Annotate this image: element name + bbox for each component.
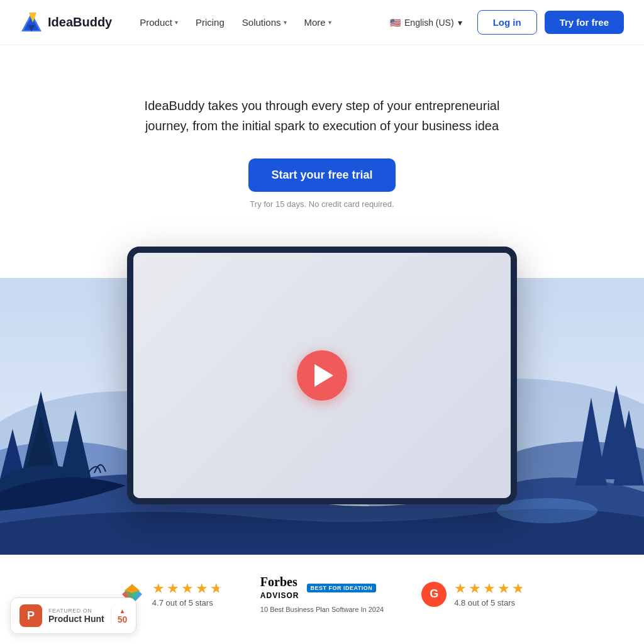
chevron-down-icon: ▾: [458, 18, 462, 28]
navbar: IdeaBuddy Product ▾ Pricing Solutions ▾ …: [0, 0, 644, 45]
chevron-down-icon: ▾: [328, 19, 331, 26]
trial-note: Try for 15 days. No credit card required…: [250, 199, 394, 209]
ph-name: Product Hunt: [48, 614, 104, 624]
nav-product[interactable]: Product ▾: [132, 12, 186, 33]
g2-rating: G ★ ★ ★ ★ ★★ 4.8 out of 5 stars: [421, 580, 525, 608]
login-button[interactable]: Log in: [477, 10, 537, 35]
g2-logo: G: [421, 582, 447, 607]
video-frame: [133, 253, 511, 498]
hero-section: IdeaBuddy takes you through every step o…: [0, 45, 644, 234]
rating-text-1: 4.7 out of 5 stars: [152, 598, 213, 608]
video-player: [127, 247, 517, 504]
try-free-button[interactable]: Try for free: [545, 11, 624, 34]
ph-featured-label: FEATURED ON: [48, 608, 104, 614]
nav-right: 🇺🇸 English (US) ▾ Log in Try for free: [382, 10, 624, 35]
logo-text: IdeaBuddy: [48, 15, 112, 30]
start-trial-button[interactable]: Start your free trial: [248, 158, 395, 192]
product-hunt-badge[interactable]: P FEATURED ON Product Hunt ▲ 50: [10, 597, 136, 634]
product-hunt-text: FEATURED ON Product Hunt: [48, 608, 104, 624]
video-section: [0, 247, 644, 555]
forbes-logo: Forbes ADVISOR: [260, 575, 299, 601]
forbes-badge: Forbes ADVISOR BEST FOR IDEATION 10 Best…: [260, 575, 384, 613]
play-icon: [314, 364, 333, 387]
hero-description: IdeaBuddy takes you through every step o…: [133, 96, 511, 136]
nav-more[interactable]: More ▾: [297, 12, 339, 33]
nav-links: Product ▾ Pricing Solutions ▾ More ▾: [132, 12, 338, 33]
logo-icon: [20, 11, 43, 34]
nav-solutions[interactable]: Solutions ▾: [235, 12, 294, 33]
star-rating-2: ★ ★ ★ ★ ★★: [454, 580, 525, 597]
play-button[interactable]: [297, 350, 347, 401]
forbes-sub: 10 Best Business Plan Software In 2024: [260, 606, 384, 613]
star-rating-1: ★ ★ ★ ★ ★★: [152, 580, 223, 597]
language-selector[interactable]: 🇺🇸 English (US) ▾: [382, 14, 470, 31]
rating-text-2: 4.8 out of 5 stars: [454, 598, 515, 608]
flag-icon: 🇺🇸: [390, 18, 401, 28]
chevron-down-icon: ▾: [284, 19, 287, 26]
chevron-down-icon: ▾: [175, 19, 178, 26]
nav-pricing[interactable]: Pricing: [188, 12, 232, 33]
ph-upvote-count: ▲ 50: [111, 608, 128, 625]
nav-left: IdeaBuddy Product ▾ Pricing Solutions ▾ …: [20, 11, 339, 34]
logo[interactable]: IdeaBuddy: [20, 11, 112, 34]
product-hunt-icon: P: [19, 604, 42, 627]
forbes-badge-label: BEST FOR IDEATION: [307, 584, 377, 592]
